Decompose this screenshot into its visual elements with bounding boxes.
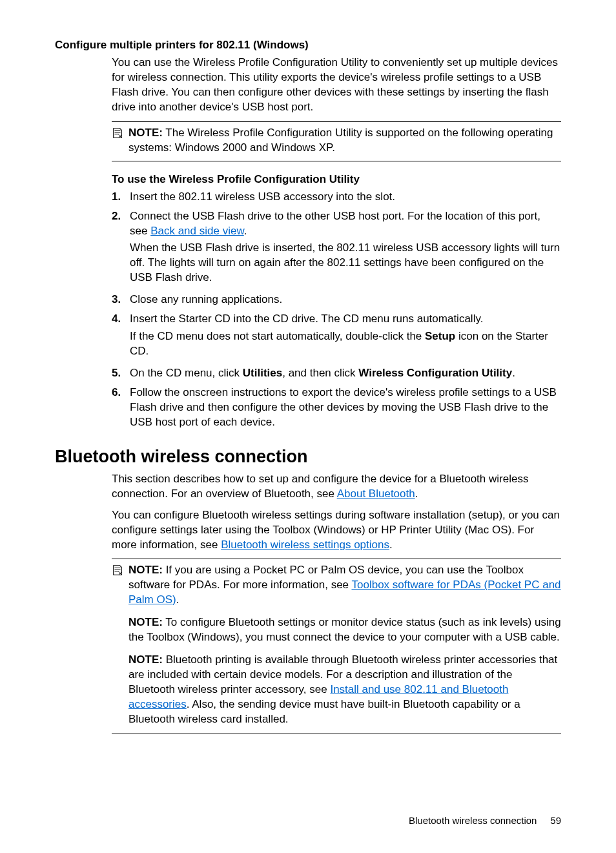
wcu-bold: Wireless Configuration Utility <box>358 367 512 379</box>
list-body: On the CD menu, click Utilities, and the… <box>130 366 561 381</box>
list-item: 1. Insert the 802.11 wireless USB access… <box>112 190 561 205</box>
note-label: NOTE: <box>128 127 163 139</box>
list-number: 3. <box>112 293 130 307</box>
ordered-list: 1. Insert the 802.11 wireless USB access… <box>112 190 561 430</box>
list-item: 2. Connect the USB Flash drive to the ot… <box>112 209 561 289</box>
setup-bold: Setup <box>425 330 455 342</box>
list-number: 4. <box>112 312 130 362</box>
list-body: Connect the USB Flash drive to the other… <box>130 209 561 289</box>
step5-b: , and then click <box>282 367 358 379</box>
note2-text: To configure Bluetooth settings or monit… <box>128 616 561 643</box>
list-item: 3. Close any running applications. <box>112 293 561 307</box>
page-footer: Bluetooth wireless connection 59 <box>409 815 561 826</box>
page-number: 59 <box>550 815 561 826</box>
note-box: NOTE: The Wireless Profile Configuration… <box>112 121 561 161</box>
footer-text: Bluetooth wireless connection <box>409 815 537 826</box>
about-bluetooth-link[interactable]: About Bluetooth <box>337 488 415 500</box>
note1-b: . <box>176 593 180 606</box>
list-body: Insert the Starter CD into the CD drive.… <box>130 312 561 362</box>
note-label: NOTE: <box>128 616 163 628</box>
note-label: NOTE: <box>128 564 163 576</box>
step5-a: On the CD menu, click <box>130 367 243 379</box>
step4-p1: Insert the Starter CD into the CD drive.… <box>130 312 561 327</box>
bt-p1: This section describes how to set up and… <box>112 472 561 502</box>
back-side-view-link[interactable]: Back and side view <box>150 225 244 237</box>
list-body: Follow the onscreen instructions to expo… <box>130 385 561 430</box>
note-icon <box>112 564 125 581</box>
note-block-3: NOTE: Bluetooth printing is available th… <box>128 653 561 727</box>
list-number: 6. <box>112 385 130 430</box>
step2-p2: When the USB Flash drive is inserted, th… <box>130 241 561 285</box>
list-item: 6. Follow the onscreen instructions to e… <box>112 385 561 430</box>
list-body: Insert the 802.11 wireless USB accessory… <box>130 190 561 205</box>
bt-p2b: . <box>389 539 393 551</box>
list-item: 5. On the CD menu, click Utilities, and … <box>112 366 561 381</box>
section-heading: Configure multiple printers for 802.11 (… <box>55 39 561 52</box>
sub-heading: To use the Wireless Profile Configuratio… <box>112 173 561 186</box>
note-text: NOTE: The Wireless Profile Configuration… <box>128 126 561 156</box>
step5-c: . <box>512 367 515 379</box>
list-item: 4. Insert the Starter CD into the CD dri… <box>112 312 561 362</box>
list-body: Close any running applications. <box>130 293 561 307</box>
main-heading: Bluetooth wireless connection <box>55 447 561 467</box>
note-label: NOTE: <box>128 653 163 666</box>
bt-settings-link[interactable]: Bluetooth wireless settings options <box>221 539 389 551</box>
list-number: 2. <box>112 209 130 289</box>
note-block-2: NOTE: To configure Bluetooth settings or… <box>128 615 561 645</box>
multi-note-box: NOTE: If you are using a Pocket PC or Pa… <box>112 559 561 734</box>
note3-b: . Also, the sending device must have bui… <box>128 698 520 725</box>
intro-paragraph: You can use the Wireless Profile Configu… <box>112 56 561 115</box>
note-body: The Wireless Profile Configuration Utili… <box>128 127 553 154</box>
note-icon <box>112 127 125 141</box>
bt-p1a: This section describes how to set up and… <box>112 473 528 500</box>
note-block-1: NOTE: If you are using a Pocket PC or Pa… <box>112 563 561 608</box>
bt-p2: You can configure Bluetooth wireless set… <box>112 508 561 553</box>
step4-p2a: If the CD menu does not start automatica… <box>130 330 425 342</box>
step2-text-b: . <box>244 225 247 237</box>
bt-p1b: . <box>415 488 418 500</box>
utilities-bold: Utilities <box>243 367 282 379</box>
list-number: 1. <box>112 190 130 205</box>
list-number: 5. <box>112 366 130 381</box>
